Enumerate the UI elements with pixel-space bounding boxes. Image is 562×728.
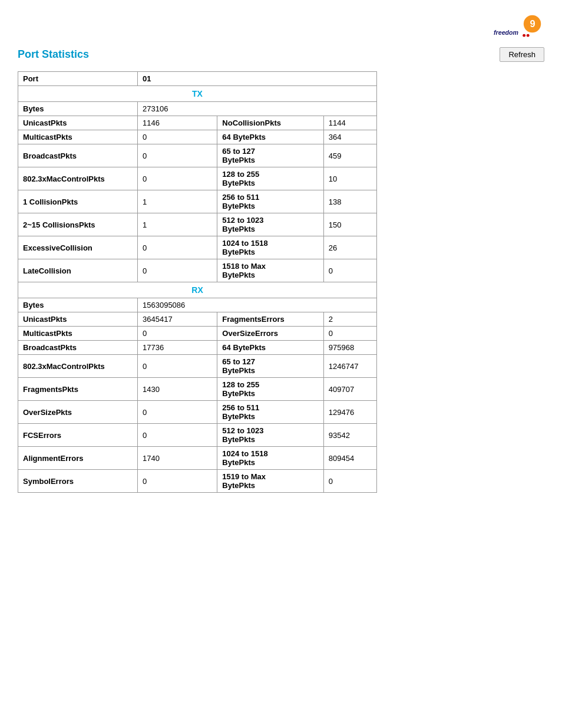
- tx-nocollisionpkts-label: NoCollisionPkts: [217, 116, 323, 130]
- table-row: MulticastPkts 0 OverSizeErrors 0: [18, 327, 377, 341]
- rx-bytes-value: 1563095086: [138, 298, 377, 312]
- svg-point-3: [523, 34, 525, 37]
- tx-header-row: TX: [18, 86, 377, 102]
- rx-multicastpkts-label: MulticastPkts: [18, 327, 138, 341]
- stats-table: Port 01 TX Bytes 273106 UnicastPkts 1146…: [18, 71, 377, 493]
- rx-header-row: RX: [18, 282, 377, 298]
- rx-64bytepkts-value: 975968: [323, 341, 376, 355]
- tx-8023mac-label: 802.3xMacControlPkts: [18, 167, 138, 190]
- svg-point-4: [527, 34, 530, 37]
- tx-unicastpkts-value: 1146: [138, 116, 217, 130]
- tx-1518tomax-value: 0: [323, 259, 376, 282]
- tx-1collision-value: 1: [138, 190, 217, 213]
- svg-text:9: 9: [530, 18, 535, 29]
- rx-1519tomax-label: 1519 to MaxBytePkts: [217, 470, 323, 493]
- rx-fragmentspkts-label: FragmentsPkts: [18, 378, 138, 401]
- tx-2to15collision-label: 2~15 CollisionsPkts: [18, 213, 138, 236]
- table-row: OverSizePkts 0 256 to 511BytePkts 129476: [18, 401, 377, 424]
- tx-broadcastpkts-label: BroadcastPkts: [18, 144, 138, 167]
- tx-64bytepkts-value: 364: [323, 130, 376, 144]
- refresh-button[interactable]: Refresh: [500, 47, 544, 62]
- tx-256to511-label: 256 to 511BytePkts: [217, 190, 323, 213]
- rx-fragmentspkts-value: 1430: [138, 378, 217, 401]
- tx-8023mac-value: 0: [138, 167, 217, 190]
- tx-latecollision-value: 0: [138, 259, 217, 282]
- rx-symbolerrors-value: 0: [138, 470, 217, 493]
- port-label: Port: [18, 72, 138, 86]
- rx-65to127-value: 1246747: [323, 355, 376, 378]
- tx-latecollision-label: LateCollision: [18, 259, 138, 282]
- rx-multicastpkts-value: 0: [138, 327, 217, 341]
- rx-1519tomax-value: 0: [323, 470, 376, 493]
- table-row: 2~15 CollisionsPkts 1 512 to 1023BytePkt…: [18, 213, 377, 236]
- page-title: Port Statistics: [18, 48, 89, 61]
- tx-excessivecollision-value: 0: [138, 236, 217, 259]
- rx-oversizeerrors-value: 0: [323, 327, 376, 341]
- rx-broadcastpkts-value: 17736: [138, 341, 217, 355]
- table-row: UnicastPkts 3645417 FragmentsErrors 2: [18, 312, 377, 327]
- tx-512to1023-value: 150: [323, 213, 376, 236]
- rx-oversizeerrors-label: OverSizeErrors: [217, 327, 323, 341]
- tx-nocollisionpkts-value: 1144: [323, 116, 376, 130]
- rx-bytes-label: Bytes: [18, 298, 138, 312]
- rx-512to1023-value: 93542: [323, 424, 376, 447]
- table-row: ExcessiveCollision 0 1024 to 1518BytePkt…: [18, 236, 377, 259]
- rx-alignmenterrors-label: AlignmentErrors: [18, 447, 138, 470]
- table-row: MulticastPkts 0 64 BytePkts 364: [18, 130, 377, 144]
- tx-broadcastpkts-value: 0: [138, 144, 217, 167]
- rx-oversizepkts-value: 0: [138, 401, 217, 424]
- rx-label: RX: [18, 282, 377, 298]
- rx-broadcastpkts-label: BroadcastPkts: [18, 341, 138, 355]
- tx-bytes-value: 273106: [138, 102, 377, 116]
- tx-label: TX: [18, 86, 377, 102]
- table-row: BroadcastPkts 17736 64 BytePkts 975968: [18, 341, 377, 355]
- tx-excessivecollision-label: ExcessiveCollision: [18, 236, 138, 259]
- table-row: Bytes 273106: [18, 102, 377, 116]
- table-row: LateCollision 0 1518 to MaxBytePkts 0: [18, 259, 377, 282]
- tx-1collision-label: 1 CollisionPkts: [18, 190, 138, 213]
- tx-65to127-value: 459: [323, 144, 376, 167]
- tx-64bytepkts-label: 64 BytePkts: [217, 130, 323, 144]
- table-row: UnicastPkts 1146 NoCollisionPkts 1144: [18, 116, 377, 130]
- table-row: FragmentsPkts 1430 128 to 255BytePkts 40…: [18, 378, 377, 401]
- tx-128to255-value: 10: [323, 167, 376, 190]
- rx-unicastpkts-label: UnicastPkts: [18, 312, 138, 327]
- rx-8023mac-value: 0: [138, 355, 217, 378]
- tx-unicastpkts-label: UnicastPkts: [18, 116, 138, 130]
- rx-fragmentserrors-label: FragmentsErrors: [217, 312, 323, 327]
- rx-unicastpkts-value: 3645417: [138, 312, 217, 327]
- table-row: 1 CollisionPkts 1 256 to 511BytePkts 138: [18, 190, 377, 213]
- tx-512to1023-label: 512 to 1023BytePkts: [217, 213, 323, 236]
- rx-fragmentserrors-value: 2: [323, 312, 376, 327]
- rx-128to255-value: 409707: [323, 378, 376, 401]
- port-row: Port 01: [18, 72, 377, 86]
- tx-2to15collision-value: 1: [138, 213, 217, 236]
- rx-256to511-label: 256 to 511BytePkts: [217, 401, 323, 424]
- tx-1024to1518-value: 26: [323, 236, 376, 259]
- logo: 9 freedom: [491, 12, 544, 41]
- tx-multicastpkts-value: 0: [138, 130, 217, 144]
- tx-256to511-value: 138: [323, 190, 376, 213]
- tx-65to127-label: 65 to 127BytePkts: [217, 144, 323, 167]
- tx-multicastpkts-label: MulticastPkts: [18, 130, 138, 144]
- rx-symbolerrors-label: SymbolErrors: [18, 470, 138, 493]
- tx-1518tomax-label: 1518 to MaxBytePkts: [217, 259, 323, 282]
- rx-65to127-label: 65 to 127BytePkts: [217, 355, 323, 378]
- rx-128to255-label: 128 to 255BytePkts: [217, 378, 323, 401]
- rx-oversizepkts-label: OverSizePkts: [18, 401, 138, 424]
- table-row: AlignmentErrors 1740 1024 to 1518BytePkt…: [18, 447, 377, 470]
- rx-256to511-value: 129476: [323, 401, 376, 424]
- svg-text:freedom: freedom: [494, 29, 518, 36]
- table-row: BroadcastPkts 0 65 to 127BytePkts 459: [18, 144, 377, 167]
- tx-128to255-label: 128 to 255BytePkts: [217, 167, 323, 190]
- rx-alignmenterrors-value: 1740: [138, 447, 217, 470]
- table-row: Bytes 1563095086: [18, 298, 377, 312]
- rx-8023mac-label: 802.3xMacControlPkts: [18, 355, 138, 378]
- header: 9 freedom: [18, 12, 544, 41]
- rx-fcserrors-label: FCSErrors: [18, 424, 138, 447]
- rx-64bytepkts-label: 64 BytePkts: [217, 341, 323, 355]
- tx-bytes-label: Bytes: [18, 102, 138, 116]
- rx-1024to1518-value: 809454: [323, 447, 376, 470]
- rx-fcserrors-value: 0: [138, 424, 217, 447]
- rx-512to1023-label: 512 to 1023BytePkts: [217, 424, 323, 447]
